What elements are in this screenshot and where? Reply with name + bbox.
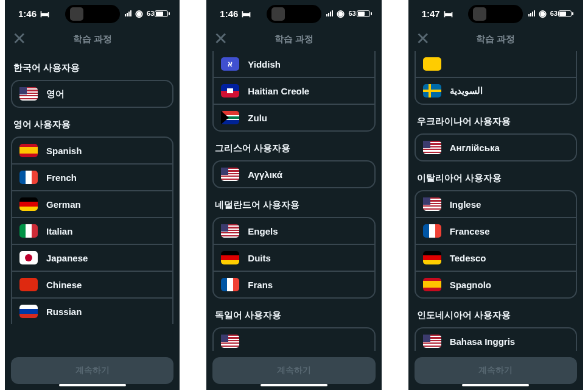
language-row[interactable]: Tedesco [416, 245, 576, 272]
language-row[interactable]: Duits [214, 245, 374, 272]
language-name: Yiddish [248, 59, 281, 69]
language-row[interactable]: Spagnolo [416, 272, 576, 297]
bed-icon: 🛏 [444, 9, 453, 19]
language-row[interactable] [416, 51, 576, 78]
language-group [212, 327, 375, 351]
flag-ru-icon [19, 305, 38, 318]
page-header: ✕ 학습 과정 [206, 27, 381, 51]
flag-za-icon [221, 111, 239, 124]
language-group: السويدية [415, 51, 577, 105]
language-row[interactable]: Francese [416, 218, 576, 245]
language-name: Japanese [46, 253, 88, 263]
language-name: Frans [248, 280, 273, 290]
language-name: Russian [46, 307, 82, 317]
status-bar: 1:46 🛏 ◉ 63 [206, 0, 381, 27]
content-scroll[interactable]: السويدية우크라이나어 사용자용Англійська이탈리아어 사용자용I… [408, 51, 583, 351]
flag-yi-icon [221, 57, 239, 71]
language-row[interactable]: French [12, 165, 172, 191]
dynamic-island [468, 5, 523, 23]
flag-unknown-icon [423, 57, 441, 71]
home-indicator[interactable] [59, 384, 126, 386]
language-name: Inglese [450, 199, 481, 210]
language-row[interactable]: Italian [12, 218, 172, 245]
page-header: ✕ 학습 과정 [408, 27, 583, 51]
flag-se-icon [423, 84, 441, 98]
content-scroll[interactable]: YiddishHaitian CreoleZulu그리스어 사용자용Αγγλικ… [206, 51, 381, 351]
flag-es-icon [19, 144, 38, 157]
language-row[interactable]: Yiddish [214, 51, 374, 78]
language-row[interactable]: Russian [12, 299, 172, 324]
battery-icon: 63 [147, 10, 170, 17]
flag-us-icon [423, 197, 441, 211]
status-time: 1:47 [422, 9, 440, 19]
close-icon[interactable]: ✕ [416, 30, 430, 48]
section-label: 이탈리아어 사용자용 [417, 172, 575, 184]
language-name: Tedesco [450, 253, 486, 263]
status-left: 1:46 🛏 [220, 9, 251, 19]
flag-jp-icon [19, 251, 38, 264]
language-row[interactable]: Англійська [416, 135, 576, 160]
language-row[interactable]: Zulu [214, 105, 374, 130]
language-row[interactable]: Engels [214, 218, 374, 245]
flag-fr-icon [221, 278, 239, 291]
page-header: ✕ 학습 과정 [5, 27, 180, 51]
section-label: 영어 사용자용 [13, 119, 171, 130]
battery-icon: 63 [348, 10, 371, 17]
content-scroll[interactable]: 한국어 사용자용영어영어 사용자용SpanishFrenchGermanItal… [5, 51, 180, 351]
language-name: Αγγλικά [248, 169, 282, 180]
language-name: Zulu [248, 113, 267, 123]
close-icon[interactable]: ✕ [12, 30, 26, 48]
continue-button[interactable]: 계속하기 [11, 357, 173, 384]
home-indicator[interactable] [462, 384, 529, 386]
dynamic-island [65, 5, 120, 23]
language-row[interactable]: Japanese [12, 245, 172, 272]
flag-de-icon [19, 197, 38, 211]
signal-icon [326, 10, 333, 16]
language-row[interactable]: Spanish [12, 138, 172, 165]
language-name: Italian [46, 226, 72, 236]
language-row[interactable]: Haitian Creole [214, 78, 374, 105]
language-group: YiddishHaitian CreoleZulu [212, 51, 375, 132]
language-group: Bahasa Inggris [415, 327, 577, 351]
language-row[interactable]: Inglese [416, 191, 576, 218]
close-icon[interactable]: ✕ [214, 30, 228, 48]
page-title: 학습 과정 [73, 34, 112, 45]
language-row[interactable]: السويدية [416, 78, 576, 104]
language-name: French [46, 172, 77, 183]
language-row[interactable]: Αγγλικά [214, 161, 374, 187]
flag-fr-icon [423, 224, 441, 238]
status-left: 1:47 🛏 [422, 9, 453, 19]
continue-button[interactable]: 계속하기 [415, 357, 577, 384]
flag-us-icon [19, 87, 38, 101]
language-name: 영어 [46, 88, 65, 100]
language-name: Chinese [46, 280, 82, 290]
home-indicator[interactable] [261, 384, 327, 386]
language-row[interactable]: German [12, 191, 172, 218]
language-group: Αγγλικά [212, 160, 375, 188]
language-name: Francese [450, 226, 490, 236]
language-name: السويدية [450, 85, 483, 96]
section-label: 인도네시아어 사용자용 [417, 310, 575, 321]
flag-us-icon [221, 335, 239, 348]
status-right: ◉ 63 [125, 8, 170, 19]
language-row[interactable]: Bahasa Inggris [416, 328, 576, 351]
language-group: SpanishFrenchGermanItalianJapaneseChines… [11, 136, 173, 324]
phone-screen-2: 1:46 🛏 ◉ 63 ✕ 학습 과정 YiddishHaitian Creol… [206, 0, 381, 390]
language-row[interactable]: Chinese [12, 272, 172, 299]
flag-de-icon [221, 251, 239, 264]
flag-es-icon [423, 278, 441, 291]
language-row[interactable]: Frans [214, 272, 374, 297]
language-group: IngleseFranceseTedescoSpagnolo [415, 190, 577, 299]
language-row[interactable] [214, 328, 374, 351]
page-title: 학습 과정 [476, 34, 515, 45]
flag-de-icon [423, 251, 441, 264]
language-name: Engels [248, 226, 278, 236]
continue-button[interactable]: 계속하기 [212, 357, 375, 384]
battery-level: 63 [550, 10, 558, 17]
status-right: ◉ 63 [528, 8, 573, 19]
dynamic-island [267, 5, 321, 23]
flag-ht-icon [221, 84, 239, 98]
language-row[interactable]: 영어 [12, 81, 172, 107]
language-name: Haitian Creole [248, 86, 309, 96]
flag-us-icon [221, 168, 239, 181]
